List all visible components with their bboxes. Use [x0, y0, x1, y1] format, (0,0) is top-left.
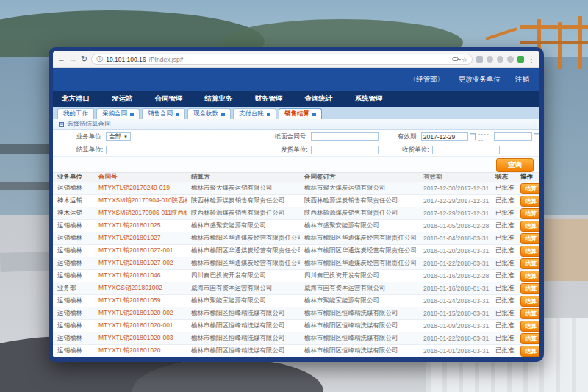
- cell-contract-no[interactable]: MTYXTL销20170249-019: [94, 184, 187, 193]
- status-badge: 已批准: [491, 184, 519, 193]
- bookmark-star-icon[interactable]: ☆: [462, 56, 467, 63]
- nav-item-north-ports[interactable]: 北方港口: [62, 94, 90, 104]
- cell-validity: 2017-12-30/2017-12-31: [419, 185, 491, 192]
- calendar-icon[interactable]: [534, 133, 539, 140]
- query-button[interactable]: 查询: [496, 158, 534, 172]
- table-row: 运销榆林 MTYXTL销20170249-019 榆林市聚大煤炭运销有限公司 榆…: [53, 182, 539, 195]
- cell-contract-signer: 榆林市榆阳区恒峰精洗煤有限公司: [300, 321, 419, 330]
- nav-item-finance[interactable]: 财务管理: [255, 94, 283, 104]
- nav-item-system-mgmt[interactable]: 系统管理: [355, 94, 383, 104]
- cell-contract-no[interactable]: MTYXSM销20170904-010陕西林硷源: [94, 196, 187, 205]
- back-icon[interactable]: ←: [57, 55, 65, 63]
- forward-icon[interactable]: →: [69, 55, 77, 63]
- extension-icon[interactable]: [507, 56, 514, 63]
- tab-close-icon[interactable]: [130, 113, 134, 116]
- extension-icon[interactable]: [517, 56, 524, 63]
- settle-button[interactable]: 结算: [520, 233, 539, 244]
- form-list-icon: [59, 122, 64, 127]
- tab-sales-contract[interactable]: 销售合同: [142, 108, 185, 119]
- settle-unit-input[interactable]: [106, 146, 173, 154]
- cell-contract-no[interactable]: MTYXTL销201801027: [94, 234, 187, 243]
- refresh-icon[interactable]: ↻: [81, 55, 87, 63]
- cell-contract-no[interactable]: MTYXSM销20170906-011陕西林硷源: [94, 209, 187, 218]
- settle-button[interactable]: 结算: [520, 183, 539, 194]
- cell-contract-no[interactable]: MTYXTL销201801027-001: [94, 246, 187, 255]
- cell-action: 结算: [519, 221, 539, 232]
- receiver-input[interactable]: [432, 146, 500, 154]
- background-crane: [558, 22, 562, 69]
- settle-button[interactable]: 结算: [520, 296, 539, 307]
- cell-contract-signer: 榆林市榆阳区恒峰精洗煤有限公司: [300, 309, 419, 318]
- validity-from-input[interactable]: [421, 132, 468, 141]
- cell-contract-no[interactable]: MTYXTL销201801020-003: [94, 334, 187, 343]
- tab-close-icon[interactable]: [221, 113, 225, 116]
- cell-validity: 2018-01-24/2018-03-31: [419, 297, 491, 304]
- change-business-unit-link[interactable]: 更改业务单位: [459, 75, 501, 85]
- settle-button[interactable]: 结算: [520, 196, 539, 207]
- cell-settlement-party: 榆林市榆阳区恒峰精洗煤有限公司: [187, 309, 300, 318]
- cell-action: 结算: [519, 258, 539, 269]
- settle-button[interactable]: 结算: [520, 271, 539, 282]
- table-body: 运销榆林 MTYXTL销20170249-019 榆林市聚大煤炭运销有限公司 榆…: [53, 182, 539, 357]
- status-badge: 已批准: [491, 221, 519, 230]
- settle-button[interactable]: 结算: [520, 221, 539, 232]
- extension-icon[interactable]: [487, 56, 493, 63]
- cell-contract-no[interactable]: MTYXTL销201801027-002: [94, 259, 187, 268]
- password-key-icon[interactable]: [452, 57, 459, 61]
- tab-close-icon[interactable]: [176, 113, 179, 116]
- settle-button[interactable]: 结算: [520, 308, 539, 319]
- tab-cash-receipt[interactable]: 现金收款: [187, 108, 231, 119]
- cell-validity: 2018-01-20/2018-03-31: [419, 247, 491, 254]
- settle-button[interactable]: 结算: [520, 208, 539, 219]
- validity-to-input[interactable]: [494, 132, 532, 141]
- business-unit-select[interactable]: 全部 ▼: [106, 132, 131, 141]
- paper-contract-input[interactable]: [311, 132, 379, 141]
- cell-action: 结算: [519, 208, 539, 219]
- settle-button[interactable]: 结算: [520, 246, 539, 257]
- settle-button[interactable]: 结算: [520, 258, 539, 269]
- tab-purchase-contract[interactable]: 采购合同: [96, 108, 140, 119]
- cell-contract-no[interactable]: MTYXTL销201801046: [94, 271, 187, 280]
- table-row: 神木运销 MTYXSM销20170904-010陕西林硷源 陕西林硷源煤炭销售有…: [53, 195, 539, 207]
- address-bar[interactable]: ⓘ 10.101.100.16 /PIndex.jsp# ☆: [91, 54, 473, 65]
- extension-icon[interactable]: [476, 56, 483, 63]
- tab-label: 支付台账: [239, 110, 264, 118]
- shipper-input[interactable]: [311, 146, 379, 154]
- settle-button[interactable]: 结算: [520, 283, 539, 294]
- site-info-icon[interactable]: ⓘ: [96, 54, 103, 64]
- cell-validity: 2017-12-29/2017-12-31: [419, 197, 491, 204]
- cell-business-unit: 运销榆林: [53, 246, 94, 255]
- cell-contract-no[interactable]: MTYXTL销201801020: [94, 346, 187, 355]
- settle-button[interactable]: 结算: [520, 346, 539, 357]
- cell-contract-no[interactable]: MTYXTL销201801059: [94, 296, 187, 305]
- tab-my-work[interactable]: 我的工作: [57, 108, 94, 119]
- tab-close-icon[interactable]: [312, 113, 316, 116]
- calendar-icon[interactable]: [470, 133, 476, 140]
- tab-close-icon[interactable]: [267, 113, 270, 116]
- cell-contract-no[interactable]: MTYXTL销201801025: [94, 221, 187, 230]
- tab-sales-settlement[interactable]: 销售结算: [279, 108, 322, 119]
- cell-action: 结算: [519, 308, 539, 319]
- cell-business-unit: 神木运销: [53, 209, 94, 218]
- cell-validity: 2018-01-01/2018-03-31: [419, 347, 491, 354]
- cell-contract-no[interactable]: MTYXTL销201801020-001: [94, 321, 187, 330]
- nav-item-shipping-station[interactable]: 发运站: [112, 94, 133, 104]
- action-row: 查询: [53, 157, 539, 172]
- cell-settlement-party: 榆林市榆阳区恒峰精洗煤有限公司: [187, 346, 300, 355]
- nav-item-contract-mgmt[interactable]: 合同管理: [155, 94, 183, 104]
- cell-settlement-party: 榆林市聚能宝能源有限公司: [187, 296, 300, 305]
- settle-button[interactable]: 结算: [520, 321, 539, 332]
- settle-button[interactable]: 结算: [520, 333, 539, 344]
- browser-menu-icon[interactable]: ⋮: [528, 55, 535, 63]
- nav-item-settlement[interactable]: 结算业务: [205, 94, 233, 104]
- extension-icon[interactable]: [497, 56, 503, 63]
- table-row: 运销榆林 MTYXTL销201801046 四川秦巴投资开发有限公司 四川秦巴投…: [53, 270, 539, 282]
- cell-contract-signer: 陕西林硷源煤炭销售有限责任公司: [300, 196, 419, 205]
- nav-item-query-stats[interactable]: 查询统计: [305, 94, 333, 104]
- tab-label: 采购合同: [102, 110, 127, 118]
- cell-contract-no[interactable]: MTYXTL销201801020-002: [94, 309, 187, 318]
- status-badge: 已批准: [491, 309, 519, 318]
- logout-link[interactable]: 注销: [515, 75, 529, 85]
- tab-payment-ledger[interactable]: 支付台账: [233, 108, 276, 119]
- cell-contract-no[interactable]: MTYXGS销201801002: [94, 284, 187, 293]
